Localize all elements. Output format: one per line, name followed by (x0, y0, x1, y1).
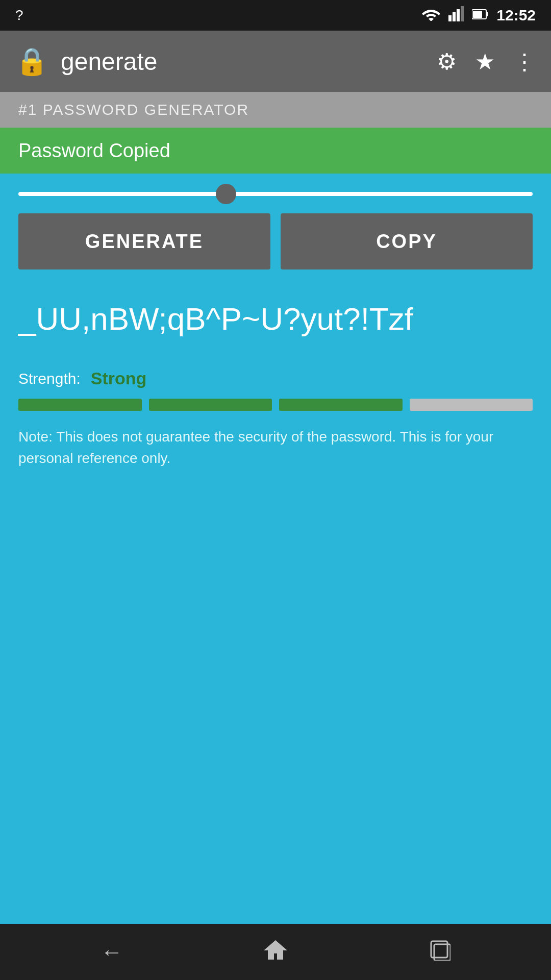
strength-bar-2 (149, 399, 272, 411)
length-slider[interactable] (18, 192, 533, 196)
password-display: _UU,nBW;qB^P~U?yut?!Tzf (18, 290, 533, 348)
favorites-icon[interactable]: ★ (475, 48, 495, 75)
svg-rect-1 (453, 12, 456, 21)
strength-value: Strong (91, 369, 147, 388)
wifi-question-icon: ? (15, 7, 23, 23)
main-content: GENERATE COPY _UU,nBW;qB^P~U?yut?!Tzf St… (0, 174, 551, 924)
svg-rect-5 (473, 11, 482, 18)
slider-container (18, 189, 533, 198)
lock-icon: 🔒 (15, 46, 48, 77)
battery-icon (472, 7, 488, 23)
app-bar: 🔒 generate ⚙ ★ ⋮ (0, 31, 551, 92)
notification-text: Password Copied (18, 140, 170, 162)
strength-bar-4 (410, 399, 533, 411)
more-options-icon[interactable]: ⋮ (513, 48, 536, 75)
svg-rect-0 (448, 15, 452, 21)
subtitle-bar: #1 PASSWORD GENERATOR (0, 92, 551, 128)
settings-icon[interactable]: ⚙ (437, 48, 457, 75)
strength-label: Strength: (18, 370, 81, 387)
recents-button[interactable] (428, 938, 450, 966)
buttons-row: GENERATE COPY (18, 213, 533, 270)
strength-bars (18, 399, 533, 411)
strength-bar-1 (18, 399, 142, 411)
generate-button[interactable]: GENERATE (18, 213, 270, 270)
strength-bar-3 (279, 399, 403, 411)
signal-icon (448, 6, 464, 25)
note-text: Note: This does not guarantee the securi… (18, 426, 533, 469)
app-title: generate (61, 47, 424, 76)
password-text: _UU,nBW;qB^P~U?yut?!Tzf (18, 301, 413, 336)
status-bar: ? 12:52 (0, 0, 551, 31)
copy-button[interactable]: COPY (281, 213, 533, 270)
strength-row: Strength: Strong (18, 369, 533, 388)
back-button[interactable]: ← (101, 939, 123, 965)
app-bar-actions: ⚙ ★ ⋮ (437, 48, 536, 75)
bottom-nav: ← (0, 924, 551, 980)
home-button[interactable] (263, 938, 288, 966)
subtitle-text: #1 PASSWORD GENERATOR (18, 101, 249, 118)
svg-rect-3 (461, 6, 464, 21)
wifi-icon (422, 7, 440, 24)
notification-bar: Password Copied (0, 128, 551, 174)
svg-rect-2 (457, 9, 460, 21)
status-time: 12:52 (496, 7, 536, 24)
svg-rect-6 (486, 12, 488, 16)
